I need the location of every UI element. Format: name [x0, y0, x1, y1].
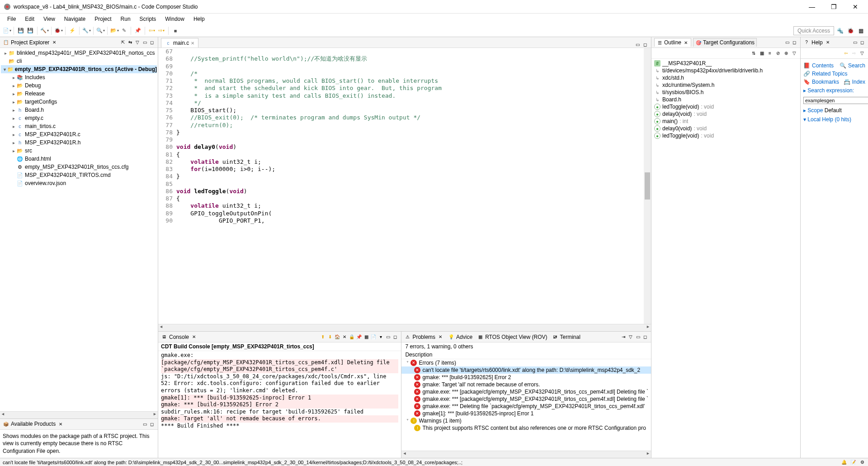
help-menu-icon[interactable]: ▽	[859, 50, 865, 57]
back-button[interactable]: ⇦	[148, 27, 156, 35]
maximize-outline-icon[interactable]: ◻	[791, 39, 797, 46]
maximize-button[interactable]: ❐	[825, 3, 843, 10]
minimize-view-icon[interactable]: ▭	[142, 39, 148, 46]
menu-run[interactable]: Run	[116, 15, 135, 23]
tree-item[interactable]: 🌐Board.html	[1, 155, 157, 163]
problems-item[interactable]: ✕gmake: *** [build-913592625] Error 2	[401, 374, 651, 381]
close-problems-icon[interactable]: ✕	[437, 334, 443, 340]
project-explorer-scroll[interactable]	[0, 411, 158, 418]
collapse-all-icon[interactable]: ⇱	[120, 39, 126, 46]
problems-list[interactable]: ˅✕Errors (7 items)✕can't locate file 'ti…	[401, 359, 651, 451]
outline-item[interactable]: ↳Board.h	[654, 96, 797, 103]
code-editor[interactable]: 6768697071727374757677787980818283848586…	[158, 48, 651, 324]
tree-item[interactable]: ▸cmain_tirtos.c	[1, 122, 157, 130]
help-related-link[interactable]: 🔗Related Topics	[803, 70, 865, 78]
outline-sort-icon[interactable]: ⇅	[750, 50, 757, 57]
maximize-avail-icon[interactable]: ◻	[149, 421, 155, 427]
perspective-ccs[interactable]: 🔩	[835, 26, 844, 35]
outline-item[interactable]: ●ledToggle(void): void	[654, 103, 797, 110]
problems-item[interactable]: !This project supports RTSC content but …	[401, 424, 651, 432]
outline-filter1-icon[interactable]: ▦	[759, 50, 765, 57]
close-help-icon[interactable]: ✕	[825, 39, 831, 46]
outline-item[interactable]: ↳xdc/std.h	[654, 74, 797, 81]
flash-button[interactable]: ⚡	[68, 27, 76, 35]
problems-item[interactable]: ✕can't locate file 'ti/targets/rts6000/l…	[401, 366, 651, 374]
close-console-icon[interactable]: ✕	[191, 334, 197, 340]
build-button[interactable]: 🔨	[40, 27, 48, 35]
open-type-button[interactable]: 📂	[110, 27, 118, 35]
console-lock-icon[interactable]: 🔒	[349, 334, 355, 340]
tree-item[interactable]: ▸hMSP_EXP432P401R.h	[1, 138, 157, 147]
maximize-help-icon[interactable]: ◻	[859, 39, 865, 46]
minimize-button[interactable]: —	[803, 3, 821, 10]
problems-hscroll[interactable]	[401, 451, 651, 458]
outline-filter2-icon[interactable]: ≡	[767, 50, 773, 57]
search-button[interactable]: 🔍	[96, 27, 104, 35]
outline-body[interactable]: #__MSP432P401R__↳ti/devices/msp432p4xx/d…	[651, 59, 800, 458]
tree-item[interactable]: ▾📁empty_MSP_EXP432P401R_tirtos_ccs [Acti…	[1, 65, 157, 73]
mark-button[interactable]: ✎	[120, 27, 128, 35]
link-editor-icon[interactable]: ⇆	[127, 39, 133, 46]
problems-group[interactable]: ˅✕Errors (7 items)	[401, 359, 651, 366]
save-button[interactable]: 💾	[17, 27, 25, 35]
forward-button[interactable]: ⇨	[157, 27, 165, 35]
problems-item[interactable]: ✕gmake.exe: *** [package/cfg/empty_MSP_E…	[401, 388, 651, 395]
console-home-icon[interactable]: 🏠	[334, 334, 340, 340]
maximize-problems-icon[interactable]: ◻	[642, 334, 648, 340]
save-all-button[interactable]: 💾	[26, 27, 34, 35]
perspective-debug[interactable]: 🐞	[846, 26, 855, 35]
console-down-icon[interactable]: ⬇	[327, 334, 333, 340]
close-view-icon[interactable]: ✕	[51, 39, 57, 46]
tree-item[interactable]: ▸📂Release	[1, 90, 157, 98]
console-body[interactable]: gmake.exe:[package/cfg/empty_MSP_EXP432P…	[158, 351, 401, 458]
minimize-console-icon[interactable]: ▭	[385, 334, 391, 340]
console-pin-icon[interactable]: 📌	[356, 334, 362, 340]
menu-file[interactable]: File	[3, 15, 20, 23]
problems-item[interactable]: ✕gmake.exe: *** Deleting file `package/c…	[401, 403, 651, 410]
menu-help[interactable]: Help	[189, 15, 209, 23]
minimize-editor-icon[interactable]: ▭	[634, 41, 641, 48]
outline-tab[interactable]: ☰ Outline ✕	[654, 38, 691, 47]
tree-item[interactable]: ▸📂targetConfigs	[1, 98, 157, 106]
maximize-view-icon[interactable]: ◻	[149, 39, 155, 46]
problems-item[interactable]: ✕gmake[1]: *** [build-913592625-inproc] …	[401, 410, 651, 417]
menu-view[interactable]: View	[39, 15, 60, 23]
close-button[interactable]: ✕	[846, 3, 864, 10]
editor-tab-main[interactable]: c main.c ✕	[161, 38, 198, 48]
help-search-input[interactable]	[803, 97, 868, 104]
help-bookmarks-link[interactable]: 🔖Bookmarks 📇Index	[803, 78, 865, 86]
menu-navigate[interactable]: Navigate	[60, 15, 90, 23]
problems-filter-icon[interactable]: ⇥	[620, 334, 627, 340]
outline-item[interactable]: ↳ti/sysbios/BIOS.h	[654, 89, 797, 96]
perspective-other[interactable]: ▦	[856, 26, 865, 35]
tree-item[interactable]: ▸cMSP_EXP432P401R.c	[1, 130, 157, 138]
status-icon-3[interactable]: ⚙	[859, 459, 865, 466]
problems-item[interactable]: ✕gmake.exe: *** [package/cfg/empty_MSP_E…	[401, 395, 651, 403]
target-config-tab[interactable]: 🎯 Target Configurations	[693, 38, 757, 47]
menu-window[interactable]: Window	[160, 15, 189, 23]
outline-hide-icon[interactable]: ⊘	[775, 50, 781, 57]
outline-menu-icon[interactable]: ▽	[791, 50, 797, 57]
tree-item[interactable]: ▸📂Debug	[1, 81, 157, 90]
tree-item[interactable]: ▸cempty.c	[1, 114, 157, 122]
close-tab-icon[interactable]: ✕	[191, 41, 194, 46]
console-up-icon[interactable]: ⬆	[320, 334, 326, 340]
status-icon-2[interactable]: 📝	[850, 459, 856, 466]
outline-item[interactable]: ↳xdc/runtime/System.h	[654, 81, 797, 89]
tree-item[interactable]: ▸hBoard.h	[1, 106, 157, 114]
problems-menu-icon[interactable]: ▽	[627, 334, 634, 340]
outline-link-icon[interactable]: ⊕	[783, 50, 789, 57]
outline-item[interactable]: ●delay0(void): void	[654, 125, 797, 132]
tab-rov[interactable]: RTOS Object View (ROV)	[485, 334, 547, 340]
close-outline-icon[interactable]: ✕	[683, 39, 689, 46]
help-contents-link[interactable]: 📕Contents 🔍Search	[803, 62, 865, 70]
help-back-icon[interactable]: ⇦	[843, 50, 849, 57]
pin-button[interactable]: 📌	[134, 27, 142, 35]
minimize-help-icon[interactable]: ▭	[852, 39, 858, 46]
console-new-icon[interactable]: 📄	[370, 334, 377, 340]
help-local[interactable]: ▾ Local Help (0 hits)	[803, 115, 865, 124]
outline-item[interactable]: ●main(): int	[654, 118, 797, 125]
wrench-button[interactable]: 🔧	[82, 27, 90, 35]
minimize-problems-icon[interactable]: ▭	[635, 334, 641, 340]
help-fwd-icon[interactable]: ⇨	[851, 50, 857, 57]
